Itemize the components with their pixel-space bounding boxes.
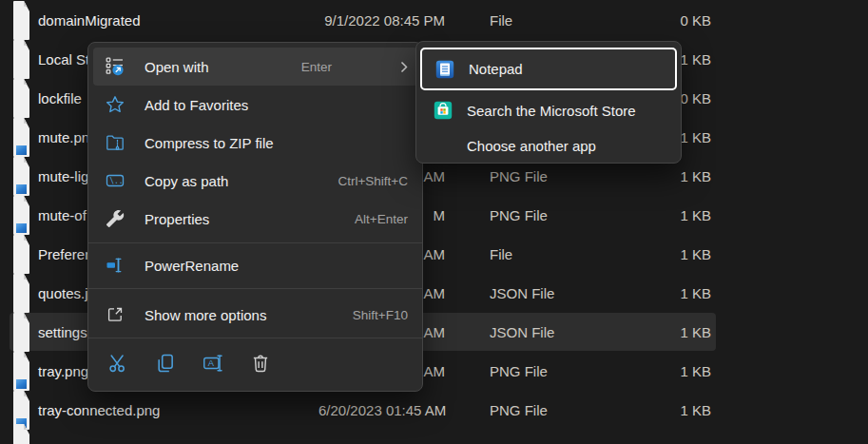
menu-item-shortcut: Ctrl+Shift+C bbox=[338, 174, 408, 188]
menu-separator bbox=[88, 242, 422, 243]
context-menu: Open with Enter Add to Favorites Compres… bbox=[87, 42, 423, 392]
delete-button[interactable] bbox=[243, 347, 278, 381]
menu-item-label: Properties bbox=[145, 211, 209, 227]
file-icon bbox=[13, 1, 29, 40]
rename-button[interactable]: A bbox=[196, 347, 230, 381]
menu-item-shortcut: Shift+F10 bbox=[353, 308, 408, 322]
file-size: 0 KB bbox=[654, 1, 711, 40]
file-name: mute-of bbox=[38, 196, 87, 235]
copy-path-icon: \.. bbox=[106, 171, 125, 190]
file-icon bbox=[13, 40, 29, 79]
rename-icon: A bbox=[203, 353, 223, 376]
file-icon bbox=[13, 352, 29, 391]
star-icon bbox=[106, 95, 125, 114]
trash-icon bbox=[250, 353, 271, 376]
file-name: domainMigrated bbox=[38, 1, 141, 40]
cut-button[interactable] bbox=[101, 347, 135, 381]
svg-text:A: A bbox=[208, 358, 215, 368]
file-explorer-window: domainMigrated 9/1/2022 08:45 PM File 0 … bbox=[0, 0, 868, 444]
file-icon bbox=[13, 196, 29, 235]
menu-item-show-more-options[interactable]: Show more options Shift+F10 bbox=[93, 296, 417, 334]
submenu-item-label: Choose another app bbox=[467, 138, 596, 154]
menu-separator bbox=[88, 288, 422, 289]
file-icon bbox=[13, 424, 29, 444]
menu-item-label: PowerRename bbox=[145, 258, 239, 274]
microsoft-store-icon bbox=[434, 101, 453, 120]
menu-item-label: Add to Favorites bbox=[145, 97, 248, 113]
submenu-item-choose-another-app[interactable]: Choose another app bbox=[420, 129, 677, 162]
wrench-icon bbox=[106, 209, 125, 228]
svg-text:\..: \.. bbox=[109, 177, 123, 185]
file-type: File bbox=[490, 235, 512, 274]
menu-item-compress-to-zip[interactable]: Compress to ZIP file bbox=[93, 124, 417, 162]
file-name: mute-lig bbox=[38, 157, 88, 196]
chevron-right-icon bbox=[400, 61, 408, 73]
menu-item-label: Copy as path bbox=[145, 173, 228, 189]
file-date-modified: 9/1/2022 08:45 PM bbox=[318, 1, 445, 40]
file-size: 1 KB bbox=[654, 274, 711, 313]
menu-item-add-to-favorites[interactable]: Add to Favorites bbox=[93, 86, 417, 124]
file-icon bbox=[13, 313, 29, 352]
file-size: 1 KB bbox=[654, 352, 711, 391]
file-type: File bbox=[490, 1, 512, 40]
empty-icon-spacer bbox=[434, 136, 453, 155]
file-type: JSON File bbox=[490, 313, 554, 352]
file-icon bbox=[13, 157, 29, 196]
copy-button[interactable] bbox=[148, 347, 183, 381]
file-row[interactable]: domainMigrated 9/1/2022 08:45 PM File 0 … bbox=[0, 1, 868, 40]
menu-item-properties[interactable]: Properties Alt+Enter bbox=[93, 200, 417, 238]
powerrename-icon bbox=[106, 256, 125, 275]
show-more-icon bbox=[106, 305, 125, 324]
submenu-item-label: Search the Microsoft Store bbox=[467, 103, 636, 119]
file-size: 1 KB bbox=[654, 313, 711, 352]
file-name: tray.png bbox=[38, 352, 88, 391]
menu-item-label: Compress to ZIP file bbox=[145, 135, 274, 151]
file-icon bbox=[13, 79, 29, 118]
menu-item-open-with[interactable]: Open with Enter bbox=[93, 48, 417, 86]
notepad-app-icon bbox=[435, 60, 454, 79]
file-icon bbox=[13, 118, 29, 157]
file-name: Local St bbox=[38, 40, 89, 79]
file-icon bbox=[13, 274, 29, 313]
open-with-submenu: Notepad Search the Microsoft Store Choos… bbox=[415, 41, 682, 164]
file-size: 1 KB bbox=[654, 196, 711, 235]
copy-icon bbox=[155, 353, 176, 376]
file-name: lockfile bbox=[38, 79, 82, 118]
submenu-item-label: Notepad bbox=[469, 61, 523, 77]
file-type: PNG File bbox=[490, 196, 548, 235]
file-name: settings bbox=[38, 313, 87, 352]
file-name: quotes.j bbox=[38, 274, 88, 313]
scissors-icon bbox=[107, 353, 128, 376]
open-with-icon bbox=[106, 57, 125, 76]
zip-folder-icon bbox=[106, 133, 125, 152]
menu-separator bbox=[88, 338, 422, 338]
menu-action-bar: A bbox=[93, 343, 417, 385]
file-date-modified bbox=[318, 424, 445, 444]
file-type: JSON File bbox=[490, 274, 554, 313]
file-row[interactable] bbox=[0, 424, 868, 444]
menu-item-label: Show more options bbox=[145, 307, 266, 323]
menu-item-powerrename[interactable]: PowerRename bbox=[93, 246, 417, 284]
menu-item-copy-as-path[interactable]: \.. Copy as path Ctrl+Shift+C bbox=[93, 162, 417, 200]
menu-item-label: Open with bbox=[145, 59, 209, 75]
submenu-item-search-microsoft-store[interactable]: Search the Microsoft Store bbox=[420, 91, 677, 129]
file-name: Preferen bbox=[38, 235, 93, 274]
file-type: PNG File bbox=[490, 352, 548, 391]
file-size bbox=[654, 424, 711, 444]
menu-item-shortcut: Enter bbox=[301, 60, 332, 74]
menu-item-shortcut: Alt+Enter bbox=[355, 212, 408, 226]
file-size: 1 KB bbox=[654, 235, 711, 274]
submenu-item-notepad[interactable]: Notepad bbox=[420, 48, 677, 90]
file-name: mute.pn bbox=[38, 118, 89, 157]
file-icon bbox=[13, 235, 29, 274]
